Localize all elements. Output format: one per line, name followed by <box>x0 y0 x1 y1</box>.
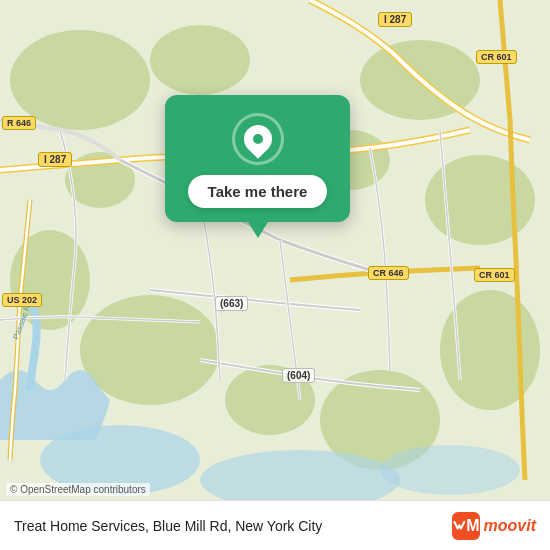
road-label-us202: US 202 <box>2 293 42 307</box>
svg-point-7 <box>80 295 220 405</box>
map-background: Passaic River <box>0 0 550 500</box>
moovit-text: moovit <box>484 517 536 535</box>
bottom-bar-left: Treat Home Services, Blue Mill Rd, New Y… <box>14 518 322 534</box>
map-container: Passaic River I 287 I 287 I 287 R 646 US… <box>0 0 550 500</box>
bottom-bar: Treat Home Services, Blue Mill Rd, New Y… <box>0 500 550 550</box>
map-attribution: © OpenStreetMap contributors <box>6 483 150 496</box>
road-label-r646: R 646 <box>2 116 36 130</box>
moovit-icon <box>452 512 480 540</box>
svg-point-14 <box>380 445 520 495</box>
road-label-i287-left: I 287 <box>38 152 72 167</box>
location-text: Treat Home Services, Blue Mill Rd, New Y… <box>14 518 322 534</box>
svg-point-2 <box>150 25 250 95</box>
pin-inner <box>238 119 278 159</box>
road-label-cr601-top: CR 601 <box>476 50 517 64</box>
moovit-logo[interactable]: moovit <box>452 512 536 540</box>
svg-point-1 <box>10 30 150 130</box>
road-label-604: (604) <box>282 368 315 383</box>
popup-card: Take me there <box>165 95 350 222</box>
location-pin-icon <box>232 113 284 165</box>
road-label-663: (663) <box>215 296 248 311</box>
take-me-there-button[interactable]: Take me there <box>188 175 328 208</box>
road-label-cr601-right: CR 601 <box>474 268 515 282</box>
road-label-cr646: CR 646 <box>368 266 409 280</box>
popup-pointer <box>248 222 268 238</box>
road-label-i287-top: I 287 <box>378 12 412 27</box>
svg-point-4 <box>425 155 535 245</box>
